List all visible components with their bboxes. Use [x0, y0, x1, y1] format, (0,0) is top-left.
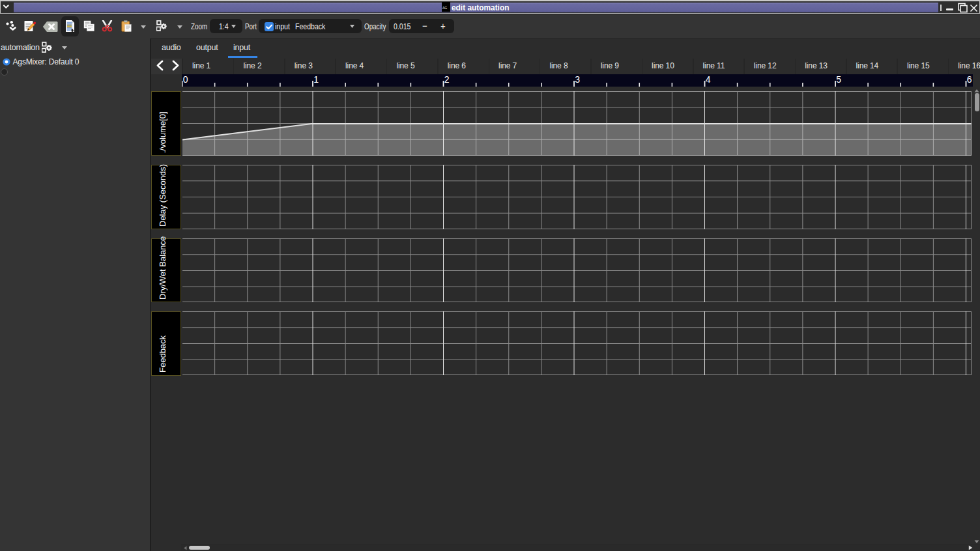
svg-text:3: 3 [575, 74, 580, 85]
svg-text:6: 6 [967, 74, 972, 85]
svg-text:AG: AG [442, 6, 447, 10]
svg-text:1: 1 [313, 74, 319, 85]
svg-text:4: 4 [706, 74, 711, 85]
svg-text:2: 2 [444, 74, 450, 85]
svg-text:0: 0 [183, 74, 188, 85]
svg-text:5: 5 [836, 74, 841, 85]
